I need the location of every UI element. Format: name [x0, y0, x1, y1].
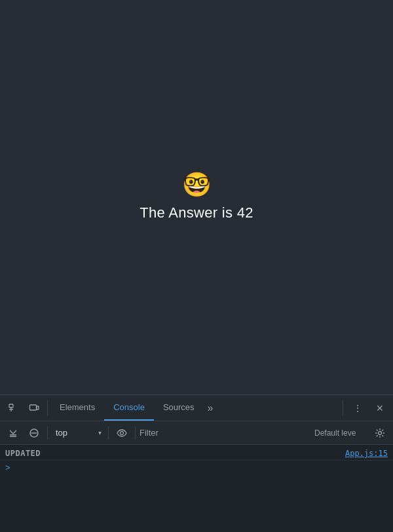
svg-marker-5: [10, 430, 16, 434]
right-divider: [343, 400, 343, 416]
browser-viewport: 🤓 The Answer is 42: [0, 0, 393, 394]
more-tabs-button[interactable]: »: [204, 402, 217, 414]
settings-button[interactable]: [371, 424, 389, 442]
svg-rect-3: [30, 405, 37, 410]
console-row: UPDATED App.js:15: [0, 447, 393, 461]
more-options-button[interactable]: ⋮: [347, 398, 368, 419]
element-picker-button[interactable]: [3, 398, 24, 419]
console-output: UPDATED App.js:15 >: [0, 445, 393, 532]
toolbar-divider: [47, 400, 48, 416]
console-divider-1: [47, 427, 48, 440]
console-toolbar: top ▾ Default leve: [0, 421, 393, 445]
context-select[interactable]: top: [52, 425, 104, 440]
svg-point-10: [121, 431, 124, 434]
svg-point-11: [379, 431, 382, 434]
svg-rect-4: [37, 406, 39, 409]
page-heading: The Answer is 42: [140, 204, 253, 221]
console-message: UPDATED: [5, 449, 41, 458]
level-select[interactable]: Default leve: [312, 426, 368, 440]
console-source-link[interactable]: App.js:15: [345, 449, 388, 458]
svg-rect-0: [9, 404, 13, 408]
devtools-tabs: Elements Console Sources »: [50, 395, 340, 421]
svg-rect-7: [10, 436, 16, 437]
filter-input-wrapper: [140, 428, 309, 438]
close-devtools-button[interactable]: ✕: [369, 398, 390, 419]
devtools-toolbar: Elements Console Sources » ⋮ ✕: [0, 395, 393, 421]
devtools-panel: Elements Console Sources » ⋮ ✕: [0, 394, 393, 532]
filter-input[interactable]: [140, 428, 179, 438]
context-selector-wrapper: top ▾: [52, 425, 104, 440]
console-prompt-icon: >: [5, 463, 10, 472]
page-emoji: 🤓: [182, 173, 212, 197]
clear-console-button[interactable]: [4, 424, 22, 442]
no-entry-button[interactable]: [25, 424, 43, 442]
svg-rect-6: [10, 434, 16, 436]
console-row-content: UPDATED: [5, 449, 345, 458]
console-prompt-row: >: [0, 461, 393, 474]
device-toggle-button[interactable]: [24, 398, 45, 419]
devtools-right-icons: ⋮ ✕: [340, 398, 390, 419]
eye-button[interactable]: [113, 424, 131, 442]
console-divider-2: [108, 427, 109, 440]
tab-console[interactable]: Console: [104, 395, 154, 421]
level-select-wrapper: Default leve: [312, 426, 368, 440]
close-icon: ✕: [376, 403, 384, 413]
console-divider-3: [135, 427, 136, 440]
tab-elements[interactable]: Elements: [50, 395, 104, 421]
tab-sources[interactable]: Sources: [154, 395, 204, 421]
more-options-icon: ⋮: [353, 403, 362, 413]
